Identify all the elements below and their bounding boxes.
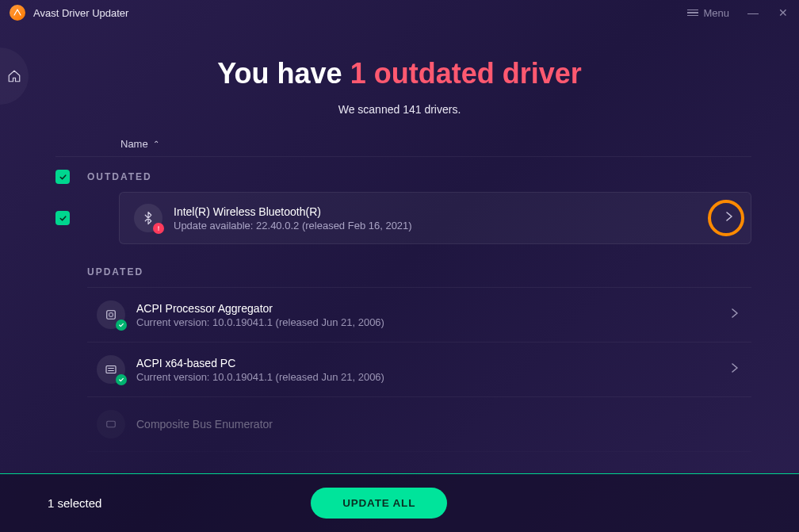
driver-detail: Current version: 10.0.19041.1 (released … [136,371,717,383]
processor-icon [97,300,125,329]
driver-checkbox[interactable] [55,211,70,225]
avast-logo [10,5,25,21]
update-all-button[interactable]: UPDATE ALL [311,488,447,519]
home-icon[interactable] [7,69,21,83]
outdated-driver-card[interactable]: Intel(R) Wireless Bluetooth(R) Update av… [119,192,751,244]
outdated-label: OUTDATED [87,171,152,182]
page-headline: You have 1 outdated driver [48,57,751,90]
app-title: Avast Driver Updater [33,7,128,19]
outdated-section-header: OUTDATED [55,157,751,192]
sort-asc-icon: ⌃ [153,140,159,148]
updated-driver-row[interactable]: ACPI x64-based PC Current version: 10.0.… [87,343,751,397]
page-subhead: We scanned 141 drivers. [48,103,751,116]
footer-bar: 1 selected UPDATE ALL [0,473,799,532]
menu-label: Menu [703,7,729,19]
menu-button[interactable]: Menu [687,7,729,19]
updated-driver-row[interactable]: ACPI Processor Aggregator Current versio… [87,288,751,343]
expand-chevron-icon[interactable] [728,304,742,325]
driver-detail: Current version: 10.0.19041.1 (released … [136,316,717,328]
close-button[interactable]: ✕ [777,6,789,19]
headline-prefix: You have [217,57,350,90]
headline-highlight: 1 outdated driver [350,57,582,90]
driver-name: ACPI x64-based PC [136,357,717,369]
warning-badge-icon [153,223,164,234]
expand-chevron-icon[interactable] [722,208,736,228]
titlebar-right: Menu — ✕ [687,6,789,19]
svg-rect-3 [107,421,116,427]
driver-detail: Update available: 22.40.0.2 (released Fe… [174,220,711,232]
titlebar: Avast Driver Updater Menu — ✕ [0,0,799,25]
updated-section: UPDATED ACPI Processor Aggregator Curren… [87,266,751,452]
driver-name: Composite Bus Enumerator [136,418,742,431]
main-content: You have 1 outdated driver We scanned 14… [0,25,799,452]
svg-rect-2 [106,366,116,373]
motherboard-icon [97,355,125,384]
ok-badge-icon [116,320,127,331]
svg-rect-1 [109,313,113,317]
outdated-select-all-checkbox[interactable] [55,170,70,184]
updated-driver-row[interactable]: Composite Bus Enumerator [87,397,751,452]
column-name[interactable]: Name ⌃ [120,138,159,150]
bluetooth-icon [134,204,162,232]
bus-icon [97,410,125,438]
svg-rect-0 [107,311,116,320]
minimize-button[interactable]: — [747,6,759,19]
selected-count: 1 selected [48,496,101,510]
driver-name: Intel(R) Wireless Bluetooth(R) [174,205,711,218]
outdated-driver-row: Intel(R) Wireless Bluetooth(R) Update av… [55,192,751,244]
updated-label: UPDATED [87,266,751,288]
column-header: Name ⌃ [55,138,751,157]
hamburger-icon [687,10,698,17]
expand-chevron-icon[interactable] [728,359,742,380]
driver-name: ACPI Processor Aggregator [136,302,717,315]
titlebar-left: Avast Driver Updater [10,5,128,21]
driver-list: Name ⌃ OUTDATED [48,138,751,452]
ok-badge-icon [116,374,127,385]
